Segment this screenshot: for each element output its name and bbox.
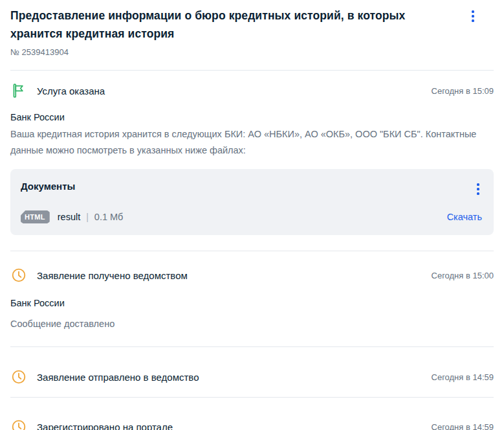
file-size: 0.1 Мб [94, 212, 124, 222]
header: Предоставление информации о бюро кредитн… [10, 6, 494, 57]
event-title: Заявление получено ведомством [37, 270, 424, 281]
organization-name: Банк России [10, 112, 494, 122]
download-link[interactable]: Скачать [447, 212, 482, 222]
file-name: result [58, 212, 80, 222]
order-number: № 2539413904 [10, 47, 448, 57]
event-time: Сегодня в 15:00 [432, 271, 494, 280]
event-title: Заявление отправлено в ведомство [37, 372, 424, 383]
timeline-event-registered: Зарегистрировано на портале Сегодня в 14… [10, 418, 494, 430]
divider [10, 251, 494, 251]
clock-icon [10, 368, 27, 385]
timeline-event-service-delivered: Услуга оказана Сегодня в 15:09 Банк Росс… [10, 82, 494, 235]
timeline-event-sent: Заявление отправлено в ведомство Сегодня… [10, 368, 494, 385]
flag-icon [10, 82, 27, 99]
documents-card: Документы HTML result | 0.1 Мб Скачать [10, 169, 494, 235]
file-type-badge: HTML [21, 210, 50, 223]
documents-title: Документы [21, 181, 75, 192]
file-row: HTML result | 0.1 Мб Скачать [21, 210, 482, 223]
organization-name: Банк России [10, 298, 494, 308]
event-message: Ваша кредитная история хранится в следую… [10, 126, 494, 159]
divider [10, 70, 494, 71]
event-time: Сегодня в 15:09 [432, 86, 494, 96]
event-message: Сообщение доставлено [10, 316, 494, 332]
clock-icon [10, 267, 27, 284]
event-title: Услуга оказана [37, 85, 424, 96]
event-title: Зарегистрировано на портале [37, 422, 424, 430]
divider [10, 346, 494, 347]
timeline-event-received: Заявление получено ведомством Сегодня в … [10, 267, 494, 332]
more-options-button[interactable] [469, 8, 477, 25]
kebab-icon [472, 10, 474, 13]
file-separator: | [86, 212, 89, 222]
documents-more-button[interactable] [474, 181, 482, 198]
event-time: Сегодня в 14:59 [432, 422, 494, 430]
clock-icon [10, 418, 27, 430]
event-time: Сегодня в 14:59 [432, 372, 494, 382]
kebab-icon [477, 183, 479, 186]
page-title: Предоставление информации о бюро кредитн… [10, 6, 448, 43]
divider [10, 397, 494, 398]
application-status-page: Предоставление информации о бюро кредитн… [0, 0, 504, 430]
